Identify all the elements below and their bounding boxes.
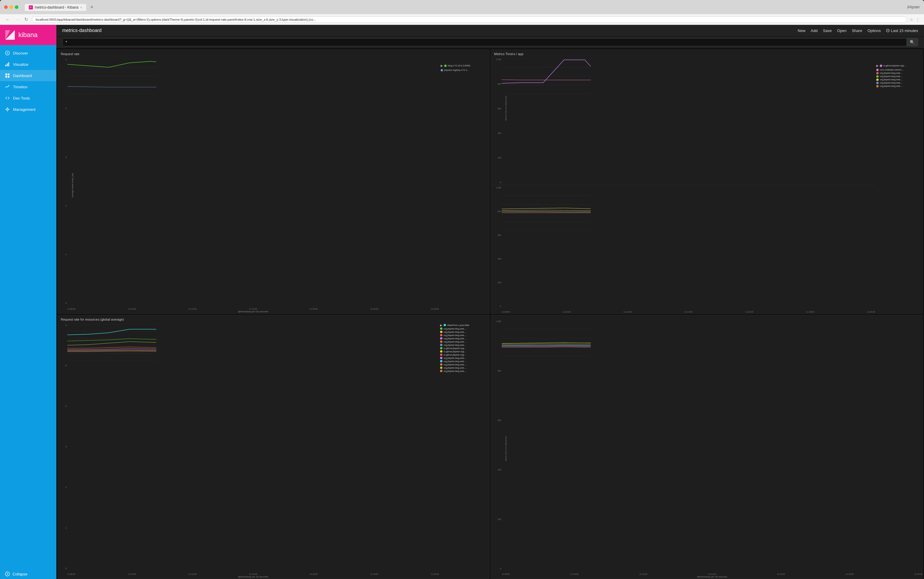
new-button[interactable]: New — [798, 28, 806, 33]
time-picker[interactable]: Last 15 minutes — [886, 28, 918, 33]
more-icon[interactable]: ⋮ — [916, 17, 920, 22]
y-tick: 3 — [58, 156, 67, 159]
legend-label: blog-172.18.0.3:8080 — [448, 64, 470, 67]
x-tick: 11:18:00 — [370, 308, 378, 310]
legend-item: jhipster-registry-172.1... — [441, 69, 487, 71]
sidebar-item-devtools[interactable]: Dev Tools — [0, 92, 56, 104]
x-tick: 11:08:00 — [67, 573, 75, 575]
save-button[interactable]: Save — [823, 28, 832, 33]
legend-label: org.jhipster.blog.web.... — [444, 334, 466, 337]
legend-label: jhipster-registry-172.1... — [444, 69, 469, 71]
tab-bar: K metrics-dashboard - Kibana × + — [24, 3, 904, 11]
x-tick: 11:10:00 — [563, 311, 571, 313]
search-input[interactable] — [62, 38, 907, 46]
minimize-traffic-light[interactable] — [10, 5, 13, 9]
legend-label: org.jhipster.blog.web.... — [880, 78, 903, 81]
collapse-button[interactable]: Collapse — [5, 571, 52, 577]
legend-dot — [880, 65, 882, 67]
open-button[interactable]: Open — [837, 28, 847, 33]
panel-metrics-timers-body: 1,000 800 600 400 200 0 Metrics Timers (… — [491, 57, 922, 314]
dashboard-icon — [5, 73, 10, 78]
main-content: metrics-dashboard New Add Save Open Shar… — [56, 25, 924, 579]
legend-item: com.codahale.metrics.... — [876, 69, 921, 71]
sidebar-item-management[interactable]: Management — [0, 104, 56, 115]
legend-dot — [440, 334, 442, 336]
y-tick: 400 — [492, 469, 501, 471]
y-tick: 4 — [58, 405, 67, 407]
legend-item: org.jhipster.blog.web.... — [440, 337, 488, 340]
sidebar-item-timelion[interactable]: Timelion — [0, 81, 56, 92]
legend-label: io.github.jhipster.regi... — [883, 64, 906, 67]
refresh-btn[interactable]: ↻ — [23, 16, 30, 23]
x-tick: 11:14:00 — [708, 573, 716, 575]
legend-item: org.jhipster.blog.web.... — [876, 85, 921, 87]
bookmark-icon[interactable]: ☆ — [909, 17, 913, 22]
chart-svg-metrics-top — [502, 58, 591, 103]
kibana-label: kibana — [18, 31, 38, 39]
tab-close-btn[interactable]: × — [80, 6, 82, 9]
maximize-traffic-light[interactable] — [15, 5, 18, 9]
browser-user: JHipster — [907, 5, 920, 9]
legend-expand-btn[interactable]: ▶ blog-172.18.0.3:8080 — [441, 64, 487, 67]
legend-label: org.jhipster.blog.web.... — [444, 363, 466, 366]
add-button[interactable]: Add — [811, 28, 817, 33]
collapse-label: Collapse — [12, 572, 28, 576]
legend-dot — [876, 85, 879, 87]
panel-metrics-timers-bottom-title — [491, 315, 922, 319]
svg-rect-13 — [5, 109, 6, 110]
chart-area-metrics-timers: 1,000 800 600 400 200 0 Metrics Timers (… — [491, 57, 875, 314]
x-tick: 11:20:00 — [867, 311, 875, 313]
legend-label: com.codahale.metrics.... — [880, 69, 904, 71]
legend-dot — [876, 82, 879, 84]
legend-item: org.jhipster.blog.web.... — [440, 360, 488, 363]
sidebar-item-dashboard[interactable]: Dashboard — [0, 70, 56, 81]
forward-btn[interactable]: → — [14, 16, 21, 23]
top-actions: New Add Save Open Share Options Last 15 … — [798, 28, 918, 33]
sidebar-label-management: Management — [13, 107, 36, 112]
x-tick: 11:10:00 — [128, 308, 136, 310]
legend-dot — [440, 344, 442, 346]
panel-metrics-bottom-body: 1,000 800 600 400 200 0 Metrics Timers (… — [491, 319, 922, 579]
share-button[interactable]: Share — [852, 28, 862, 33]
new-tab-btn[interactable]: + — [88, 3, 96, 11]
legend-item: org.jhipster.blog.web.... — [876, 72, 921, 74]
collapse-icon — [5, 571, 10, 577]
sidebar-item-discover[interactable]: Discover — [0, 47, 56, 59]
y-tick: 6 — [58, 324, 67, 327]
x-axis: 11:08:00 11:10:00 11:12:00 11:14:00 11:1… — [67, 308, 439, 310]
legend-label: org.jhipster.blog.web.... — [444, 327, 466, 330]
panel-request-rate-body: 5 4 3 2 1 0 Average metric.mean_rate — [58, 57, 489, 314]
chart-svg-resources — [67, 324, 156, 368]
top-bar: metrics-dashboard New Add Save Open Shar… — [56, 25, 924, 36]
back-btn[interactable]: ← — [4, 16, 11, 23]
options-button[interactable]: Options — [867, 28, 881, 33]
y-tick: 1,000 — [492, 58, 501, 61]
legend-label: org.jhipster.blog.web.... — [444, 344, 466, 347]
search-button[interactable]: 🔍 — [907, 38, 918, 46]
x-tick: 11:12:00 — [624, 311, 632, 313]
sidebar-item-visualize[interactable]: Visualize — [0, 59, 56, 70]
x-tick: 11:16:00 — [777, 573, 785, 575]
x-tick: 11:14:00 — [249, 308, 257, 310]
x-tick: 11:20:00 — [431, 573, 439, 575]
x-tick: 11:08:00 — [502, 311, 510, 313]
close-traffic-light[interactable] — [4, 5, 8, 9]
y-tick: 800 — [492, 83, 501, 85]
active-tab[interactable]: K metrics-dashboard - Kibana × — [24, 3, 87, 11]
devtools-icon — [5, 95, 10, 101]
legend-dot — [440, 337, 442, 340]
panel-resources-title: Request rate for resources (global avera… — [58, 315, 489, 322]
sidebar-footer: Collapse — [0, 568, 56, 579]
y-tick: 0 — [58, 567, 67, 570]
legend-item: io.github.jhipster.regi... — [440, 353, 488, 356]
address-input[interactable] — [32, 16, 907, 23]
legend-label: org.jhipster.blog.web.... — [880, 75, 903, 78]
sidebar-logo: kibana — [0, 25, 56, 45]
legend-expand[interactable]: ▶ io.github.jhipster.regi... — [876, 64, 921, 67]
svg-rect-14 — [9, 109, 10, 110]
x-tick: 11:14:00 — [249, 573, 257, 575]
y-tick: 800 — [492, 210, 501, 213]
x-tick: 11:20:00 — [914, 573, 922, 575]
legend-expand-resources[interactable]: ▶ HikariPool-1.pool.Wait — [440, 324, 488, 327]
y-tick: 1 — [58, 527, 67, 529]
